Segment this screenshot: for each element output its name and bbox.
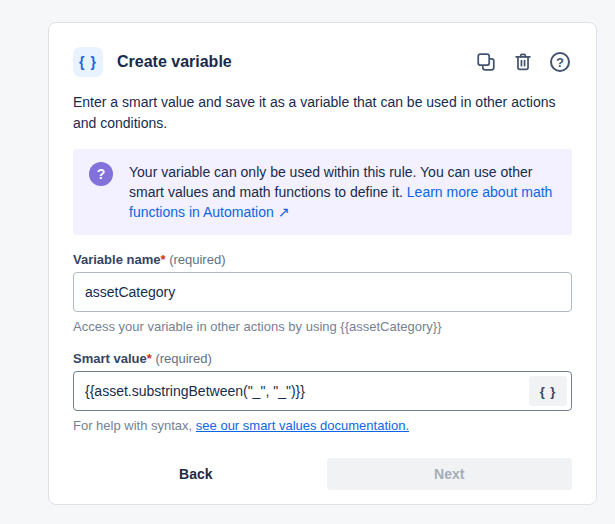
next-button[interactable]: Next (327, 458, 573, 490)
info-banner-text: Your variable can only be used within th… (129, 162, 556, 222)
create-variable-panel: { } Create variable ? (48, 22, 597, 505)
smart-value-field: Smart value* (required) { } For help wit… (73, 351, 572, 433)
info-banner: ? Your variable can only be used within … (73, 149, 572, 235)
smart-value-picker-icon[interactable]: { } (529, 376, 567, 406)
smart-value-input[interactable] (73, 371, 572, 411)
smart-value-label: Smart value* (required) (73, 351, 572, 366)
header-actions: ? (474, 50, 572, 74)
braces-icon: { } (73, 47, 103, 77)
variable-name-input[interactable] (73, 272, 572, 312)
required-text: (required) (166, 252, 226, 267)
required-text: (required) (152, 351, 212, 366)
variable-name-helper: Access your variable in other actions by… (73, 319, 572, 334)
variable-name-field: Variable name* (required) Access your va… (73, 252, 572, 334)
panel-footer: Back Next (73, 458, 572, 490)
panel-description: Enter a smart value and save it as a var… (73, 92, 572, 134)
back-button[interactable]: Back (73, 458, 319, 490)
page-title: Create variable (117, 53, 232, 71)
question-icon: ? (89, 162, 113, 186)
help-icon[interactable]: ? (548, 50, 572, 74)
panel-header: { } Create variable ? (73, 47, 572, 77)
smart-values-docs-link[interactable]: see our smart values documentation. (196, 418, 409, 433)
trash-icon[interactable] (511, 50, 535, 74)
copy-icon[interactable] (474, 50, 498, 74)
variable-name-label: Variable name* (required) (73, 252, 572, 267)
smart-value-helper: For help with syntax, see our smart valu… (73, 418, 572, 433)
